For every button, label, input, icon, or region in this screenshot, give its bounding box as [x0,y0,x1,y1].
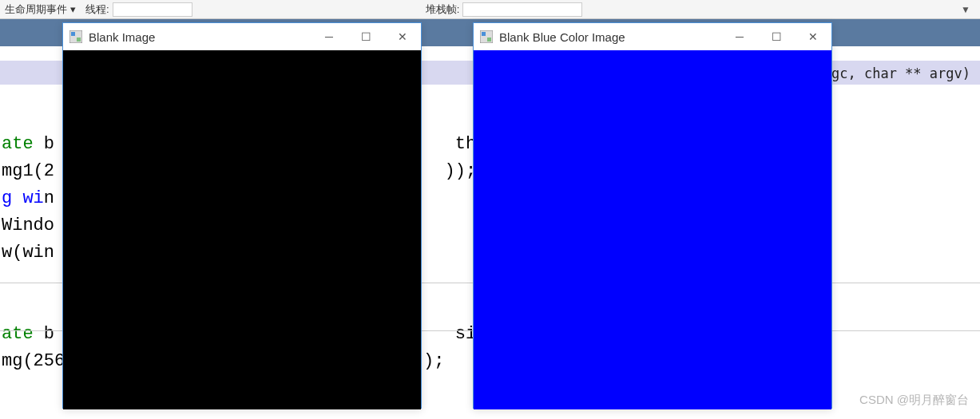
close-icon: ✕ [808,30,818,43]
stack-label: 堆栈帧: [426,2,460,17]
maximize-button[interactable]: ☐ [758,23,795,50]
thread-label: 线程: [85,2,109,17]
window-controls: ─ ☐ ✕ [721,23,831,50]
image-canvas-blue [474,50,831,409]
svg-rect-1 [71,32,75,36]
window-title: Blank Image [89,30,155,44]
window-blank-image[interactable]: Blank Image ─ ☐ ✕ [62,22,422,409]
code-text: g wi [2,188,44,208]
close-button[interactable]: ✕ [795,23,831,50]
close-icon: ✕ [398,30,407,43]
minimize-button[interactable]: ─ [311,23,347,50]
code-text: w(wi [2,243,44,263]
minimize-icon: ─ [736,30,744,43]
svg-rect-2 [77,38,81,42]
titlebar[interactable]: Blank Image ─ ☐ ✕ [63,23,421,50]
window-blank-blue-image[interactable]: Blank Blue Color Image ─ ☐ ✕ [473,22,832,409]
app-icon [480,30,493,43]
code-text: ate [2,134,44,154]
ide-toolbar: 生命周期事件 ▾ 线程: 堆栈帧: ▼ [0,0,980,19]
minimize-button[interactable]: ─ [721,23,758,50]
code-text: mg1(2 [2,161,54,181]
watermark: CSDN @明月醉窗台 [859,393,969,408]
chevron-down-icon: ▾ [70,3,76,15]
svg-rect-4 [482,32,486,36]
minimize-icon: ─ [325,30,333,43]
maximize-icon: ☐ [361,30,371,43]
app-icon [69,30,82,43]
close-button[interactable]: ✕ [384,23,421,50]
stack-dropdown[interactable] [462,2,582,17]
code-text: ate [2,324,44,344]
svg-rect-5 [487,38,491,42]
window-controls: ─ ☐ ✕ [311,23,421,50]
titlebar[interactable]: Blank Blue Color Image ─ ☐ ✕ [474,23,831,50]
window-title: Blank Blue Color Image [499,30,625,44]
overflow-icon: ▼ [961,4,970,15]
maximize-button[interactable]: ☐ [347,23,384,50]
thread-selector[interactable]: 线程: [85,2,192,17]
code-text: Wind [2,215,44,235]
maximize-icon: ☐ [772,30,782,43]
toolbar-overflow[interactable]: ▼ [956,4,975,15]
lifecycle-label: 生命周期事件 [5,2,67,17]
lifecycle-events[interactable]: 生命周期事件 ▾ [5,2,76,17]
image-canvas-black [63,50,421,409]
stack-frame-selector[interactable]: 堆栈帧: [426,2,583,17]
thread-dropdown[interactable] [113,2,192,17]
